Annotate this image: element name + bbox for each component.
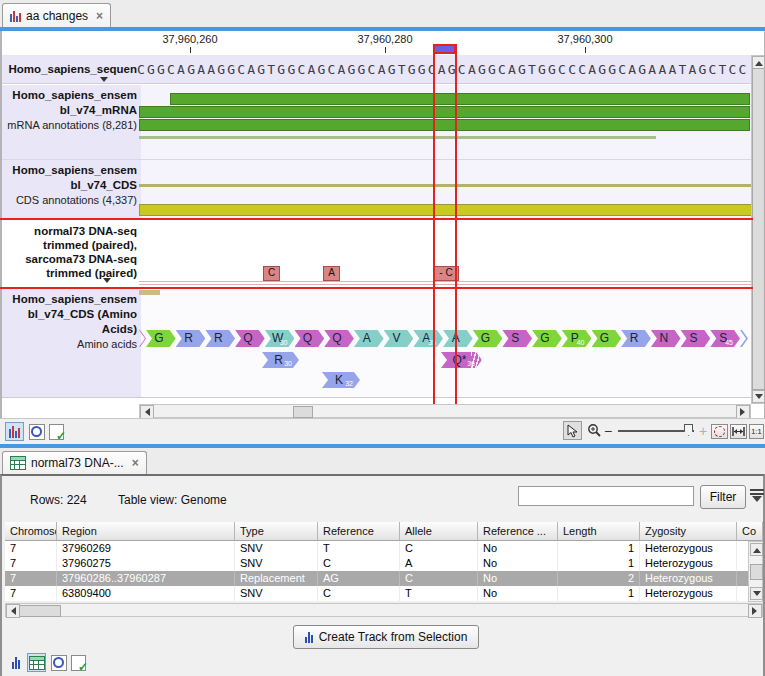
table-row[interactable]: 737960275SNVCANo1Heterozygous — [5, 556, 748, 571]
track-reads: normal73 DNA-seq trimmed (paired), sarco… — [2, 220, 753, 287]
column-header[interactable]: Reference — [318, 522, 400, 541]
scroll-right-button[interactable] — [748, 604, 762, 618]
column-header[interactable]: Length — [558, 522, 640, 541]
table-vertical-scrollbar[interactable] — [748, 541, 763, 602]
amino-acid-annotation[interactable]: R — [176, 330, 206, 347]
variant-marker[interactable]: A — [323, 266, 340, 281]
element-info-icon[interactable] — [70, 654, 87, 671]
column-header[interactable]: Region — [57, 522, 235, 541]
zoom-tool-icon[interactable] — [585, 421, 603, 440]
amino-acid-annotation[interactable]: A — [443, 330, 473, 347]
scroll-down-button[interactable] — [752, 390, 765, 403]
zoom-slider-thumb[interactable] — [684, 424, 693, 436]
amino-acid-annotation[interactable]: R — [621, 330, 651, 347]
scrollbar-thumb[interactable] — [752, 68, 765, 390]
amino-acid-annotation[interactable]: N — [651, 330, 681, 347]
amino-acid-annotation[interactable]: Q — [295, 330, 325, 347]
column-header[interactable]: Reference ... — [478, 522, 558, 541]
amino-acid-annotation[interactable]: S45 — [710, 330, 740, 347]
one-to-one-zoom-button[interactable]: 1:1 — [749, 424, 764, 439]
table-cell: 7 — [5, 556, 57, 571]
table-cell — [737, 556, 748, 571]
scroll-down-button[interactable] — [750, 587, 763, 600]
amino-acid-annotation[interactable]: G — [146, 330, 176, 347]
amino-acid-annotation[interactable]: A35 — [413, 330, 443, 347]
amino-acid-annotation[interactable]: A — [354, 330, 384, 347]
amino-acid-annotation[interactable]: Q*36 — [441, 352, 482, 368]
cds-annotation-bar[interactable] — [139, 204, 753, 216]
column-header[interactable]: Allele — [400, 522, 478, 541]
table-view-icon[interactable] — [27, 653, 46, 672]
amino-acid-annotation[interactable]: V — [384, 330, 414, 347]
table-cell: T — [318, 541, 400, 556]
amino-acid-letter: S — [504, 331, 526, 345]
amino-acid-annotation[interactable]: R — [205, 330, 235, 347]
track-cds-label-line1: Homo_sapiens_ensem — [2, 163, 137, 178]
scrollbar-thumb[interactable] — [750, 564, 763, 580]
history-icon[interactable] — [50, 654, 67, 671]
scroll-left-button[interactable] — [6, 604, 20, 618]
horizontal-scrollbar[interactable] — [139, 404, 751, 418]
variant-marker[interactable]: C — [263, 266, 280, 281]
mrna-annotation-bar[interactable] — [139, 106, 750, 118]
mrna-annotation-bar[interactable] — [139, 119, 750, 131]
track-view-icon[interactable] — [5, 422, 24, 441]
table-row[interactable]: 737960286..37960287ReplacementAGCNo2Hete… — [5, 571, 748, 586]
table-header: ChromosomeRegionTypeReferenceAlleleRefer… — [5, 522, 765, 541]
vertical-scrollbar[interactable] — [751, 55, 764, 404]
chart-view-icon[interactable] — [7, 653, 24, 672]
table-horizontal-scrollbar[interactable] — [5, 603, 763, 617]
zoom-slider[interactable] — [618, 430, 694, 432]
table-row[interactable]: 737960269SNVTCNo1Heterozygous — [5, 541, 748, 556]
table-cell: 63809400 — [57, 586, 235, 601]
dna-sequence: CGGCAGAAGGCAGTGGCAGCAGGCAGTGGCAGCAGGCAGT… — [137, 62, 753, 77]
history-icon[interactable] — [28, 423, 45, 440]
tab-normal73-table[interactable]: normal73 DNA-... × — [2, 451, 147, 474]
column-header[interactable]: Chromosome — [5, 522, 57, 541]
cds-annotation-line[interactable] — [139, 184, 753, 187]
mrna-annotation-line[interactable] — [139, 136, 656, 139]
create-track-from-selection-button[interactable]: Create Track from Selection — [293, 625, 479, 649]
amino-acid-annotation[interactable]: Q — [235, 330, 265, 347]
close-icon[interactable]: × — [96, 9, 103, 23]
amino-acid-annotation[interactable]: G — [592, 330, 622, 347]
amino-acid-annotation[interactable]: K32 — [322, 372, 360, 388]
scrollbar-thumb[interactable] — [293, 406, 313, 418]
amino-acid-annotation[interactable]: W30 — [265, 330, 295, 347]
amino-acid-number: 30 — [280, 339, 288, 346]
selection-marker[interactable] — [433, 44, 456, 54]
column-header[interactable]: Zygosity — [640, 522, 737, 541]
scroll-right-button[interactable] — [736, 405, 750, 419]
amino-acid-annotation[interactable]: Q — [324, 330, 354, 347]
fit-width-button[interactable] — [730, 424, 747, 439]
amino-acid-letter: Q — [237, 331, 259, 345]
zoom-out-icon[interactable]: − — [604, 422, 612, 440]
table-row[interactable]: 763809400SNVCTNo1Heterozygous — [5, 586, 748, 601]
cursor-tool-icon[interactable] — [563, 421, 582, 440]
track-expand-icon[interactable] — [100, 77, 108, 84]
track-aa-label: Homo_sapiens_ensem bl_v74_CDS (Amino Aci… — [2, 292, 137, 352]
reads-coverage-line — [139, 284, 753, 285]
amino-acid-annotation[interactable] — [740, 330, 748, 347]
amino-acid-annotation[interactable]: S — [502, 330, 532, 347]
amino-acid-annotation[interactable]: G — [473, 330, 503, 347]
amino-acid-annotation[interactable]: P40 — [562, 330, 592, 347]
amino-acid-annotation[interactable] — [139, 330, 146, 347]
zoom-to-selection-button[interactable] — [711, 424, 728, 439]
amino-acid-annotation[interactable]: S — [681, 330, 711, 347]
filter-button[interactable]: Filter — [700, 485, 746, 509]
amino-acid-annotation[interactable]: R30 — [262, 352, 299, 368]
amino-acid-annotation[interactable]: G — [532, 330, 562, 347]
element-info-icon[interactable] — [48, 423, 65, 440]
scrollbar-thumb[interactable] — [19, 605, 61, 617]
tab-aa-changes[interactable]: aa changes × — [2, 3, 111, 27]
scroll-left-button[interactable] — [140, 405, 154, 419]
close-icon[interactable]: × — [132, 456, 139, 470]
scroll-up-button[interactable] — [750, 543, 763, 556]
advanced-filter-icon[interactable] — [750, 489, 764, 507]
column-header[interactable]: Type — [235, 522, 318, 541]
column-header[interactable]: Co — [737, 522, 763, 541]
filter-input[interactable] — [518, 486, 694, 506]
mrna-annotation-bar[interactable] — [170, 93, 750, 105]
zoom-in-icon[interactable]: + — [699, 422, 707, 440]
